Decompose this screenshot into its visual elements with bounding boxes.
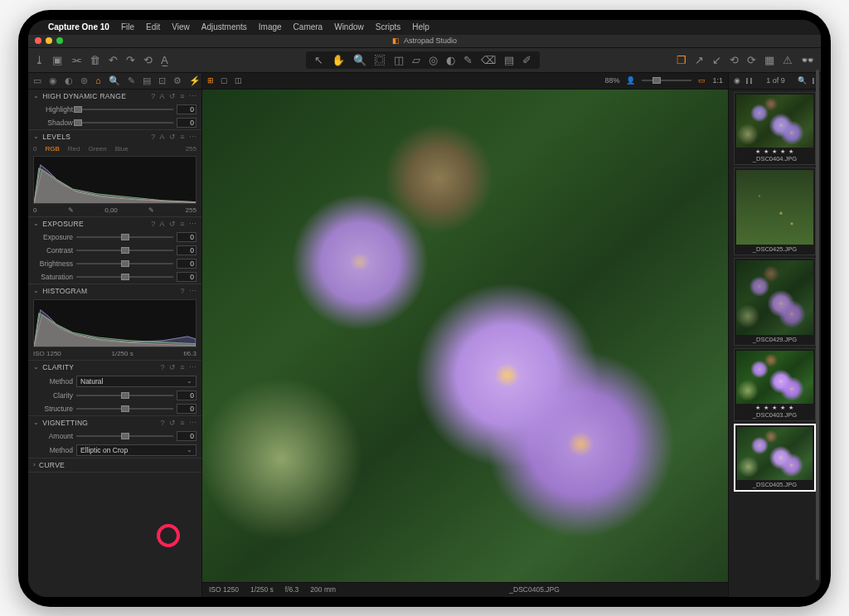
viewer-image[interactable] (202, 90, 728, 582)
import-icon[interactable]: ⤓ (35, 54, 44, 66)
warning-icon[interactable]: ⚠ (783, 54, 793, 66)
highlight-slider[interactable] (76, 105, 173, 114)
100pct-icon[interactable]: 1:1 (712, 76, 723, 85)
thumbnail-item[interactable]: ★ ★ ★ ★ ★_DSC0404.JPG (734, 92, 816, 165)
exposure-value[interactable]: 0 (177, 232, 196, 242)
vignette-amount-value[interactable]: 0 (177, 431, 196, 441)
help-icon[interactable]: ? (161, 419, 165, 427)
auto-icon[interactable]: A (160, 133, 165, 141)
preset-icon[interactable]: ≡ (180, 92, 185, 100)
menu-camera[interactable]: Camera (294, 22, 323, 32)
help-icon[interactable]: ? (180, 287, 184, 295)
mask-tool-icon[interactable]: ◐ (446, 54, 455, 66)
levels-right-val[interactable]: 255 (186, 206, 196, 214)
help-icon[interactable]: ? (151, 92, 155, 100)
vignette-method-dropdown[interactable]: Elliptic on Crop (76, 444, 196, 456)
batch-tab-icon[interactable]: ⚙ (173, 75, 182, 86)
hand-tool-icon[interactable]: ✋ (332, 54, 345, 66)
eyedropper-white-icon[interactable]: ✎ (148, 206, 154, 214)
single-view-icon[interactable]: ▢ (221, 76, 228, 85)
preset-icon[interactable]: ≡ (180, 363, 185, 371)
zoom-tool-icon[interactable]: 🔍 (353, 54, 366, 66)
rating-stars[interactable]: ★ ★ ★ ★ ★ (736, 148, 813, 155)
clarity-slider[interactable] (76, 391, 173, 400)
gradient-tool-icon[interactable]: ▤ (504, 54, 514, 66)
vignette-section-header[interactable]: ⌄ VIGNETTING ?↺≡⋯ (28, 416, 201, 429)
mask-icon[interactable]: ◉ (734, 76, 740, 85)
clarity-section-header[interactable]: ⌄ CLARITY ?↺≡⋯ (28, 361, 201, 374)
saturation-value[interactable]: 0 (177, 272, 196, 282)
scrollbar[interactable] (816, 70, 819, 580)
levels-left-val[interactable]: 0 (33, 206, 36, 214)
brightness-value[interactable]: 0 (177, 259, 196, 269)
app-name[interactable]: Capture One 10 (48, 22, 109, 32)
close-window-button[interactable] (35, 37, 41, 44)
apply-adjustments-icon[interactable]: ↗ (695, 54, 704, 66)
structure-slider[interactable] (76, 405, 173, 413)
levels-rgb-tab[interactable]: RGB (45, 145, 59, 153)
quick-tab-icon[interactable]: ⚡ (189, 75, 201, 86)
exposure-slider[interactable] (76, 233, 173, 241)
menu-scripts[interactable]: Scripts (376, 22, 401, 32)
lens-tab-icon[interactable]: ⊚ (80, 75, 88, 86)
vignette-amount-slider[interactable] (76, 432, 173, 440)
link-icon[interactable]: ⫘ (70, 54, 81, 66)
keystone-tool-icon[interactable]: ▱ (412, 54, 420, 66)
grid-icon[interactable]: ▦ (764, 54, 774, 66)
auto-icon[interactable]: A (160, 92, 165, 100)
more-icon[interactable]: ⋯ (189, 220, 196, 228)
rotate-ccw-icon[interactable]: ⟲ (143, 54, 153, 66)
saturation-slider[interactable] (76, 273, 173, 281)
rotate-tool-icon[interactable]: ◫ (394, 54, 404, 66)
library-tab-icon[interactable]: ▭ (33, 75, 41, 86)
help-icon[interactable]: ? (161, 363, 165, 371)
help-icon[interactable]: ? (151, 220, 155, 228)
details-tab-icon[interactable]: 🔍 (109, 75, 120, 86)
structure-value[interactable]: 0 (177, 404, 196, 414)
exposure-section-header[interactable]: ⌄ EXPOSURE ?A↺≡⋯ (28, 217, 201, 230)
hdr-section-header[interactable]: ⌄ HIGH DYNAMIC RANGE ?A↺≡⋯ (28, 90, 201, 103)
more-icon[interactable]: ⋯ (189, 92, 196, 100)
preset-icon[interactable]: ≡ (180, 220, 185, 228)
auto-icon[interactable]: A̲ (161, 54, 168, 66)
color-tab-icon[interactable]: ◐ (65, 75, 73, 86)
menu-window[interactable]: Window (334, 22, 364, 32)
levels-blue-tab[interactable]: Blue (115, 145, 129, 153)
more-icon[interactable]: ⋯ (189, 133, 196, 141)
exposure-tab-icon[interactable]: ⌂ (95, 75, 101, 85)
trash-icon[interactable]: 🗑 (90, 54, 100, 66)
shadow-value[interactable]: 0 (177, 118, 196, 128)
more-icon[interactable]: ⋯ (189, 363, 196, 371)
menu-view[interactable]: View (172, 22, 190, 32)
highlight-value[interactable]: 0 (177, 104, 196, 114)
camera-icon[interactable]: ▣ (52, 54, 62, 66)
crop-tool-icon[interactable]: ⿴ (375, 54, 386, 66)
contrast-value[interactable]: 0 (177, 245, 196, 255)
preset-icon[interactable]: ≡ (180, 133, 185, 141)
minimize-window-button[interactable] (46, 37, 52, 44)
thumbnail-item-selected[interactable]: _DSC0405.JPG (734, 424, 816, 492)
levels-mid-val[interactable]: 0,00 (104, 206, 118, 214)
clarity-value[interactable]: 0 (177, 390, 196, 400)
copy-adjustments-icon[interactable]: ❐ (677, 54, 686, 66)
thumbnail-item[interactable]: _DSC0429.JPG (734, 258, 816, 346)
reset-icon[interactable]: ↺ (169, 363, 176, 371)
curve-section-header[interactable]: › CURVE (28, 458, 201, 472)
undo-icon[interactable]: ↶ (109, 54, 118, 66)
levels-section-header[interactable]: ⌄ LEVELS ?A↺≡⋯ (28, 130, 201, 143)
menu-adjustments[interactable]: Adjustments (201, 22, 247, 32)
thumbnail-item[interactable]: _DSC0425.JPG (734, 167, 816, 255)
menu-help[interactable]: Help (412, 22, 429, 32)
meta-tab-icon[interactable]: ▤ (143, 75, 151, 86)
zoom-slider[interactable] (642, 76, 691, 85)
reset-icon[interactable]: ↺ (169, 92, 176, 100)
rotate-right-icon[interactable]: ⟳ (747, 54, 756, 66)
rating-stars[interactable]: ★ ★ ★ ★ ★ (736, 405, 813, 411)
preview-icon[interactable]: 👓 (801, 54, 814, 66)
rotate-left-icon[interactable]: ⟲ (730, 54, 739, 66)
menu-image[interactable]: Image (259, 22, 282, 32)
picker-tool-icon[interactable]: ✐ (522, 54, 531, 66)
process-icon[interactable]: ↙ (712, 54, 721, 66)
shadow-slider[interactable] (76, 119, 173, 127)
eraser-tool-icon[interactable]: ⌫ (481, 54, 496, 66)
